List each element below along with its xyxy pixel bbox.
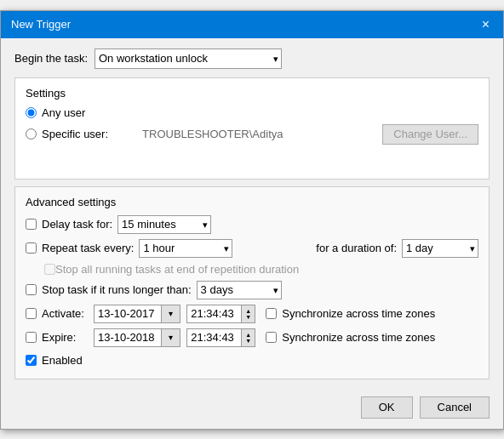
activate-date-picker-button[interactable]: ▾ xyxy=(162,305,180,323)
stop-task-checkbox[interactable] xyxy=(26,284,37,295)
change-user-button[interactable]: Change User... xyxy=(382,124,478,145)
settings-label: Settings xyxy=(26,87,478,100)
stop-all-label: Stop all running tasks at end of repetit… xyxy=(55,263,299,276)
delay-task-checkbox[interactable] xyxy=(26,219,37,230)
expire-label: Expire: xyxy=(42,331,89,344)
activate-row: Activate: ▾ ▲ ▼ Synchronize across time … xyxy=(26,305,478,323)
stop-all-row: Stop all running tasks at end of repetit… xyxy=(26,263,478,276)
begin-task-select-wrapper: On workstation unlock On a schedule At l… xyxy=(94,48,282,69)
activate-label: Activate: xyxy=(42,307,89,320)
for-duration-select-wrapper: 1 day 12 hours Indefinitely xyxy=(402,239,478,258)
advanced-section: Advanced settings Delay task for: 15 min… xyxy=(14,186,490,379)
any-user-radio[interactable] xyxy=(26,107,37,118)
delay-task-select[interactable]: 15 minutes 30 minutes 1 hour xyxy=(117,215,211,234)
for-duration-label: for a duration of: xyxy=(316,242,397,254)
dialog-body: Begin the task: On workstation unlock On… xyxy=(1,38,503,390)
enabled-checkbox[interactable] xyxy=(26,355,37,366)
repeat-task-label: Repeat task every: xyxy=(42,242,134,254)
begin-task-select[interactable]: On workstation unlock On a schedule At l… xyxy=(94,48,282,69)
delay-task-label: Delay task for: xyxy=(42,218,112,231)
expire-time-input[interactable] xyxy=(186,328,242,347)
begin-task-label: Begin the task: xyxy=(14,52,88,65)
for-duration-section: for a duration of: 1 day 12 hours Indefi… xyxy=(316,239,478,258)
activate-sync-checkbox[interactable] xyxy=(266,308,277,319)
begin-task-row: Begin the task: On workstation unlock On… xyxy=(14,48,490,69)
repeat-task-select-wrapper: 1 hour 30 minutes 1 day xyxy=(139,239,232,258)
for-duration-select[interactable]: 1 day 12 hours Indefinitely xyxy=(402,239,478,258)
expire-checkbox[interactable] xyxy=(26,332,37,343)
repeat-task-row: Repeat task every: 1 hour 30 minutes 1 d… xyxy=(26,239,478,258)
any-user-row: Any user xyxy=(26,106,478,119)
delay-task-select-wrapper: 15 minutes 30 minutes 1 hour xyxy=(117,215,211,234)
dialog-title: New Trigger xyxy=(11,18,71,31)
specific-user-row: Specific user: TROUBLESHOOTER\Aditya Cha… xyxy=(26,124,478,145)
expire-date-input[interactable] xyxy=(94,328,162,347)
specific-user-value: TROUBLESHOOTER\Aditya xyxy=(142,128,365,140)
specific-user-label: Specific user: xyxy=(42,128,108,140)
title-bar: New Trigger × xyxy=(1,11,503,38)
cancel-button[interactable]: Cancel xyxy=(420,396,490,419)
expire-date-picker-button[interactable]: ▾ xyxy=(162,328,180,347)
new-trigger-dialog: New Trigger × Begin the task: On worksta… xyxy=(0,10,504,430)
enabled-label: Enabled xyxy=(42,354,83,367)
any-user-label: Any user xyxy=(42,106,85,119)
repeat-task-checkbox[interactable] xyxy=(26,242,37,254)
expire-row: Expire: ▾ ▲ ▼ Synchronize across time zo… xyxy=(26,328,478,347)
expire-sync-checkbox[interactable] xyxy=(266,332,277,343)
activate-sync-row: Synchronize across time zones xyxy=(266,307,440,320)
stop-task-select[interactable]: 3 days 1 day 2 hours xyxy=(197,281,282,299)
activate-checkbox[interactable] xyxy=(26,308,37,319)
repeat-task-select[interactable]: 1 hour 30 minutes 1 day xyxy=(139,239,232,258)
advanced-outer: Advanced settings Delay task for: 15 min… xyxy=(14,186,490,379)
delay-task-row: Delay task for: 15 minutes 30 minutes 1 … xyxy=(26,215,478,234)
ok-button[interactable]: OK xyxy=(361,396,413,419)
activate-date-input[interactable] xyxy=(94,305,162,323)
specific-user-radio[interactable] xyxy=(26,128,37,140)
activate-time-input[interactable] xyxy=(186,305,242,323)
expire-sync-row: Synchronize across time zones xyxy=(266,331,440,344)
enabled-row: Enabled xyxy=(26,354,478,367)
advanced-label: Advanced settings xyxy=(26,196,478,208)
activate-time-spinner[interactable]: ▲ ▼ xyxy=(242,305,255,323)
close-button[interactable]: × xyxy=(478,18,493,31)
expire-time-spinner[interactable]: ▲ ▼ xyxy=(242,328,255,347)
stop-task-label: Stop task if it runs longer than: xyxy=(42,283,192,296)
expire-sync-label: Synchronize across time zones xyxy=(282,331,435,344)
stop-task-select-wrapper: 3 days 1 day 2 hours xyxy=(197,281,282,299)
settings-section: Settings Any user Specific user: TROUBLE… xyxy=(14,77,490,180)
dialog-footer: OK Cancel xyxy=(1,390,503,429)
stop-task-row: Stop task if it runs longer than: 3 days… xyxy=(26,281,478,299)
stop-all-checkbox[interactable] xyxy=(44,264,55,275)
activate-sync-label: Synchronize across time zones xyxy=(282,307,435,320)
